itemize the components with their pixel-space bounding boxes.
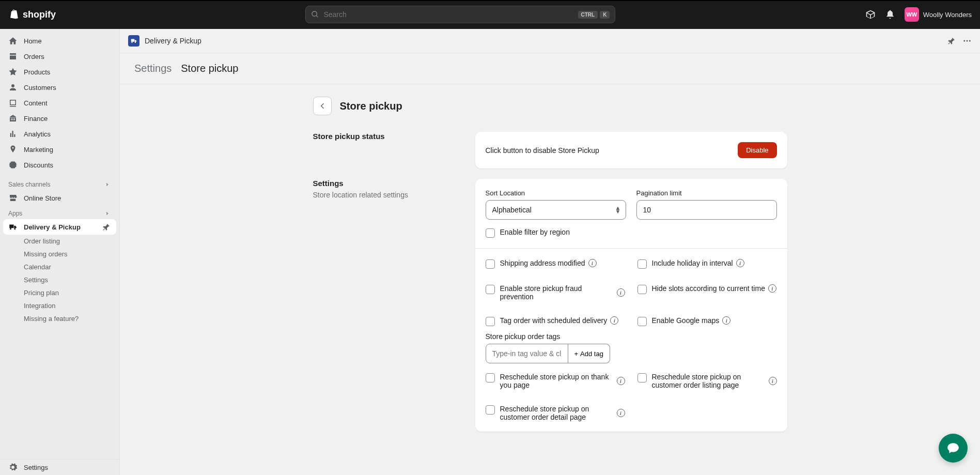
avatar: WW [905, 7, 919, 22]
sort-select[interactable]: Alphabetical [486, 200, 626, 220]
app-title: Delivery & Pickup [145, 37, 201, 45]
status-heading: Store pickup status [313, 132, 463, 141]
shipping-modified-checkbox[interactable] [486, 259, 495, 269]
info-icon[interactable]: i [617, 377, 625, 385]
info-icon[interactable]: i [617, 409, 625, 417]
nav-online-store[interactable]: Online Store [0, 190, 119, 206]
customers-icon [8, 83, 18, 92]
chevron-right-icon [104, 210, 111, 217]
nav-marketing[interactable]: Marketing [0, 142, 119, 157]
info-icon[interactable]: i [617, 288, 625, 297]
user-menu[interactable]: WW Woolly Wonders [905, 7, 972, 22]
search-icon [311, 10, 319, 19]
check-label: Enable Google maps [652, 316, 720, 325]
subnav-integration[interactable]: Integration [15, 299, 119, 312]
subnav-missing-orders[interactable]: Missing orders [15, 248, 119, 261]
nav-orders[interactable]: Orders [0, 49, 119, 64]
check-label: Reschedule store pickup on thank you pag… [500, 373, 614, 389]
topbar: shopify CTRL K WW Woolly Wonders [0, 0, 980, 29]
gear-icon [8, 463, 18, 472]
breadcrumb: Settings Store pickup [120, 53, 980, 84]
nav-label: Finance [24, 115, 48, 122]
hide-slots-checkbox[interactable] [637, 285, 647, 294]
holiday-interval-checkbox[interactable] [637, 259, 647, 269]
tag-input[interactable] [486, 344, 568, 363]
nav-label: Online Store [24, 194, 61, 202]
search-box[interactable]: CTRL K [305, 6, 615, 23]
info-icon[interactable]: i [736, 259, 744, 267]
button-label: Add tag [580, 350, 603, 358]
nav-analytics[interactable]: Analytics [0, 126, 119, 142]
nav-label: Customers [24, 84, 56, 91]
nav-content[interactable]: Content [0, 95, 119, 111]
more-icon[interactable] [962, 36, 972, 45]
enable-filter-checkbox[interactable] [486, 228, 495, 238]
chevron-right-icon [104, 181, 111, 188]
info-icon[interactable]: i [588, 259, 597, 267]
subnav-settings[interactable]: Settings [15, 273, 119, 286]
nav-label: Delivery & Pickup [24, 223, 81, 231]
status-text: Click button to disable Store Pickup [486, 146, 599, 155]
nav-settings[interactable]: Settings [0, 459, 119, 475]
app-header: Delivery & Pickup [120, 29, 980, 53]
info-icon[interactable]: i [768, 284, 776, 293]
tag-order-checkbox[interactable] [486, 317, 495, 326]
orders-icon [8, 52, 18, 61]
reschedule-detail-checkbox[interactable] [486, 405, 495, 415]
reschedule-thankyou-checkbox[interactable] [486, 373, 495, 382]
pagination-input[interactable] [636, 200, 777, 220]
google-maps-checkbox[interactable] [637, 317, 647, 326]
check-label: Shipping address modified [500, 259, 585, 267]
nav-label: Content [24, 99, 48, 107]
enable-filter-label: Enable filter by region [500, 228, 570, 236]
crumb-current: Store pickup [181, 63, 238, 74]
nav-label: Orders [24, 53, 44, 60]
nav-products[interactable]: Products [0, 64, 119, 80]
add-tag-button[interactable]: +Add tag [568, 344, 610, 363]
info-icon[interactable]: i [722, 316, 730, 325]
marketing-icon [8, 145, 18, 154]
settings-subtext: Store location related settings [313, 191, 463, 199]
subnav-order-listing[interactable]: Order listing [15, 235, 119, 248]
arrow-left-icon [318, 102, 326, 110]
bell-icon[interactable] [885, 9, 895, 20]
fraud-prevention-checkbox[interactable] [486, 285, 495, 294]
subnav-missing-feature[interactable]: Missing a feature? [15, 312, 119, 325]
nav-customers[interactable]: Customers [0, 80, 119, 95]
plus-icon: + [574, 350, 579, 358]
inbox-icon[interactable] [865, 9, 876, 20]
settings-heading: Settings [313, 179, 463, 188]
content-icon [8, 98, 18, 108]
disable-button[interactable]: Disable [738, 142, 776, 158]
info-icon[interactable]: i [610, 316, 618, 325]
reschedule-listing-checkbox[interactable] [637, 373, 647, 382]
subnav-pricing-plan[interactable]: Pricing plan [15, 286, 119, 299]
shopify-logo[interactable]: shopify [8, 8, 56, 21]
nav-delivery-pickup[interactable]: Delivery & Pickup [3, 219, 116, 235]
nav-label: Discounts [24, 161, 53, 169]
nav-label: Products [24, 68, 50, 76]
products-icon [8, 67, 18, 76]
truck-icon [130, 37, 137, 44]
crumb-settings[interactable]: Settings [134, 63, 172, 74]
search-input[interactable] [323, 10, 573, 19]
pin-icon[interactable] [102, 222, 111, 232]
heading-label: Apps [8, 210, 22, 217]
nav-label: Settings [24, 464, 48, 471]
info-icon[interactable]: i [769, 377, 777, 385]
pin-icon[interactable] [947, 36, 956, 45]
chat-button[interactable] [939, 434, 968, 463]
nav-finance[interactable]: Finance [0, 111, 119, 126]
check-label: Include holiday in interval [652, 259, 733, 267]
check-label: Enable store pickup fraud prevention [500, 284, 614, 301]
nav-discounts[interactable]: Discounts [0, 157, 119, 173]
analytics-icon [8, 129, 18, 139]
svg-point-0 [963, 40, 965, 42]
apps-heading[interactable]: Apps [0, 206, 119, 219]
page-title: Store pickup [340, 100, 402, 112]
back-button[interactable] [313, 97, 332, 115]
channels-heading[interactable]: Sales channels [0, 177, 119, 190]
subnav-calendar[interactable]: Calendar [15, 261, 119, 273]
store-icon [8, 193, 18, 203]
nav-home[interactable]: Home [0, 33, 119, 49]
